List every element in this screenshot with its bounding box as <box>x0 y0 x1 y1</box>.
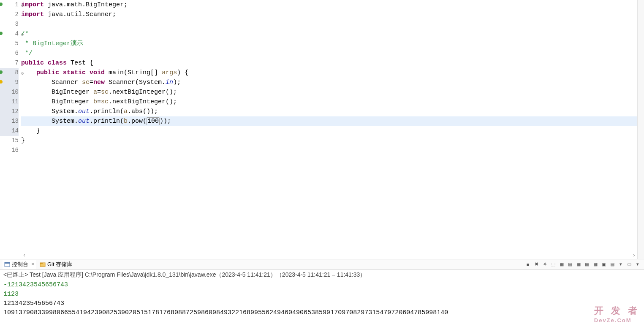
line-number: 1⊖ <box>0 0 19 10</box>
line-number: 6 <box>0 48 19 58</box>
code-line[interactable]: import java.util.Scanner; <box>21 10 637 19</box>
toolbar-button-4[interactable]: ▦ <box>558 261 565 268</box>
line-number: 14 <box>0 126 19 136</box>
git-icon <box>40 261 46 267</box>
toolbar-button-13[interactable]: ▾ <box>634 261 641 268</box>
toolbar-button-12[interactable]: ▭ <box>625 261 633 268</box>
code-line[interactable]: public class Test { <box>21 58 637 68</box>
line-number: 8⊖ <box>0 68 19 78</box>
toolbar-button-11[interactable]: ▾ <box>617 261 625 268</box>
code-line[interactable]: public static void main(String[] args) { <box>21 68 637 78</box>
toolbar-button-6[interactable]: ▦ <box>575 261 582 268</box>
tab-git-label: Git 存储库 <box>47 261 72 268</box>
line-number-gutter: 1⊖234⊖5678⊖910111213141516 <box>0 0 21 259</box>
code-line[interactable]: } <box>21 136 637 145</box>
code-line[interactable]: * BigInteger演示 <box>21 39 637 48</box>
console-status-line: <已终止> Test [Java 应用程序] C:\Program Files\… <box>0 269 644 280</box>
code-area[interactable]: import java.math.BigInteger;import java.… <box>21 0 637 259</box>
code-editor[interactable]: 1⊖234⊖5678⊖910111213141516 import java.m… <box>0 0 644 259</box>
toolbar-button-2[interactable]: ※ <box>541 261 549 268</box>
toolbar-button-10[interactable]: ▤ <box>609 261 616 268</box>
toolbar-button-9[interactable]: ▣ <box>600 261 608 268</box>
fold-icon[interactable] <box>0 32 3 35</box>
line-number: 10 <box>0 87 19 97</box>
svg-rect-3 <box>40 263 43 264</box>
line-number: 15 <box>0 136 19 145</box>
console-icon <box>4 261 10 267</box>
console-input-line: 1123 <box>3 290 641 299</box>
line-number: 13 <box>0 116 19 126</box>
line-number: 9 <box>0 78 19 87</box>
fold-icon[interactable] <box>0 70 3 74</box>
code-line[interactable]: import java.math.BigInteger; <box>21 0 637 10</box>
warning-icon[interactable] <box>0 80 3 84</box>
line-number: 4⊖ <box>0 29 19 39</box>
toolbar-button-5[interactable]: ▤ <box>566 261 574 268</box>
console-output-line: 1213423545656743 <box>3 299 641 308</box>
tab-git[interactable]: Git 存储库 <box>38 260 74 269</box>
code-line[interactable]: Scanner sc=new Scanner(System.in); <box>21 78 637 87</box>
console-output[interactable]: -1213423545656743 1123 1213423545656743 … <box>0 280 644 318</box>
scroll-left-icon[interactable]: ‹ <box>23 253 26 259</box>
line-number: 16 <box>0 145 19 155</box>
code-line[interactable]: BigInteger a=sc.nextBigInteger(); <box>21 87 637 97</box>
tab-console-label: 控制台 <box>12 261 28 268</box>
console-output-line: 1091379083399806655419423908253902051517… <box>3 308 641 318</box>
tab-console[interactable]: 控制台 ✕ <box>3 260 36 269</box>
toolbar-button-7[interactable]: ▦ <box>583 261 591 268</box>
horizontal-scrollbar[interactable]: ‹› <box>21 252 637 259</box>
toolbar-button-1[interactable]: ✖ <box>533 261 540 268</box>
line-number: 11 <box>0 97 19 107</box>
line-number: 12 <box>0 107 19 116</box>
toolbar-button-3[interactable]: ⬚ <box>549 261 557 268</box>
code-line[interactable]: } <box>21 126 637 136</box>
code-line[interactable]: */ <box>21 48 637 58</box>
svg-rect-1 <box>5 262 10 264</box>
code-line[interactable] <box>21 145 637 155</box>
code-line[interactable] <box>21 19 637 29</box>
bottom-panel-tabs: 控制台 ✕ Git 存储库 ■✖※⬚▦▤▦▦▦▣▤▾▭▾ <box>0 259 644 269</box>
toolbar-button-8[interactable]: ▦ <box>592 261 599 268</box>
close-icon[interactable]: ✕ <box>31 261 35 267</box>
line-number: 3 <box>0 19 19 29</box>
fold-icon[interactable] <box>0 3 3 6</box>
scroll-right-icon[interactable]: › <box>633 253 636 259</box>
code-line[interactable]: System.out.println(a.abs()); <box>21 107 637 116</box>
code-line[interactable]: /* <box>21 29 637 39</box>
code-line[interactable]: System.out.println(b.pow(100)); <box>21 116 637 126</box>
line-number: 7 <box>0 58 19 68</box>
vertical-scrollbar[interactable] <box>637 0 644 259</box>
line-number: 5 <box>0 39 19 48</box>
toolbar-button-0[interactable]: ■ <box>524 261 532 268</box>
console-toolbar: ■✖※⬚▦▤▦▦▦▣▤▾▭▾ <box>524 261 641 268</box>
code-line[interactable]: BigInteger b=sc.nextBigInteger(); <box>21 97 637 107</box>
line-number: 2 <box>0 10 19 19</box>
console-input-line: -1213423545656743 <box>3 280 641 290</box>
